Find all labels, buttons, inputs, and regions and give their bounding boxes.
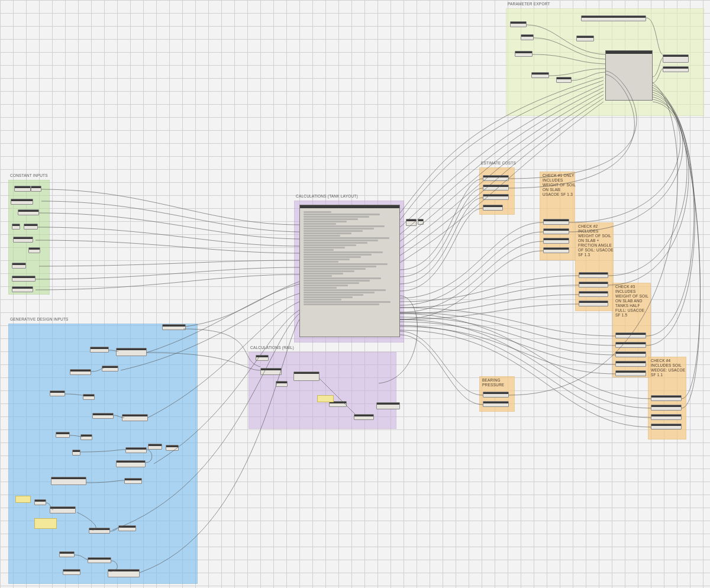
node[interactable]	[615, 361, 646, 367]
node[interactable]	[483, 185, 509, 190]
node[interactable]	[579, 282, 608, 287]
node[interactable]	[354, 414, 374, 420]
node[interactable]	[28, 247, 40, 253]
node[interactable]	[51, 477, 86, 485]
node[interactable]	[108, 569, 140, 577]
node[interactable]	[615, 351, 646, 357]
node[interactable]	[256, 355, 269, 361]
node[interactable]	[14, 186, 31, 192]
node[interactable]	[72, 450, 80, 455]
node[interactable]	[579, 301, 608, 306]
node[interactable]	[122, 414, 148, 421]
node[interactable]	[579, 272, 608, 278]
node[interactable]	[166, 445, 179, 451]
node[interactable]	[418, 219, 424, 225]
node[interactable]	[521, 34, 534, 40]
note[interactable]	[317, 395, 334, 402]
group-label: ESTIMATE COSTS	[481, 161, 516, 165]
node[interactable]	[293, 371, 320, 381]
note[interactable]	[34, 518, 57, 529]
node[interactable]	[510, 21, 527, 27]
group-label: BEARING PRESSURE	[482, 378, 518, 387]
node[interactable]	[581, 15, 646, 21]
node[interactable]	[556, 77, 572, 83]
group-label: CONSTANT INPUTS	[10, 173, 48, 177]
node[interactable]	[162, 324, 186, 330]
group-label: CALCULATIONS (TANK LAYOUT)	[296, 194, 358, 198]
node[interactable]	[89, 528, 110, 534]
node[interactable]	[118, 525, 136, 531]
node[interactable]	[59, 551, 75, 557]
node[interactable]	[92, 413, 114, 419]
node[interactable]	[543, 219, 569, 225]
node[interactable]	[148, 444, 162, 450]
code-node-export-grid[interactable]	[605, 50, 653, 101]
group-label: CHECK #2 INCLUDES WEIGHT OF SOIL ON SLAB…	[578, 224, 614, 257]
node[interactable]	[406, 219, 417, 226]
group-label: CHECK #1 ONLY INCLUDES WEIGHT OF SOIL ON…	[543, 173, 578, 197]
group-label: GENERATIVE DESIGN INPUTS	[10, 317, 69, 321]
node[interactable]	[12, 263, 26, 269]
node[interactable]	[483, 205, 503, 211]
node[interactable]	[579, 291, 608, 297]
node[interactable]	[125, 447, 147, 453]
node[interactable]	[90, 347, 109, 353]
node[interactable]	[102, 366, 118, 371]
node[interactable]	[31, 186, 41, 192]
group-label: PARAMETER EXPORT	[508, 2, 550, 6]
node[interactable]	[663, 54, 689, 63]
node[interactable]	[50, 390, 65, 396]
node-titlebar[interactable]	[300, 205, 399, 208]
node[interactable]	[34, 499, 46, 505]
node[interactable]	[483, 175, 509, 181]
group-generative[interactable]: GENERATIVE DESIGN INPUTS	[8, 324, 198, 584]
node[interactable]	[615, 342, 646, 348]
node[interactable]	[260, 368, 282, 375]
node-titlebar[interactable]	[606, 51, 652, 54]
node[interactable]	[615, 370, 646, 376]
node[interactable]	[483, 392, 509, 398]
node[interactable]	[63, 569, 80, 575]
node[interactable]	[483, 401, 509, 407]
group-label: CHECK #3 INCLUDES WEIGHT OF SOIL ON SLAB…	[615, 285, 651, 318]
node[interactable]	[651, 405, 682, 411]
node[interactable]	[124, 478, 142, 484]
node[interactable]	[531, 72, 549, 78]
node[interactable]	[116, 348, 147, 356]
node[interactable]	[12, 286, 33, 292]
node[interactable]	[18, 209, 39, 215]
node[interactable]	[543, 238, 569, 244]
node[interactable]	[483, 194, 509, 200]
node[interactable]	[663, 66, 689, 72]
group-label: CHECK #4 INCLUDES SOIL WEDGE: USACOE SF …	[651, 358, 686, 377]
node[interactable]	[12, 224, 20, 230]
node[interactable]	[116, 460, 146, 467]
node[interactable]	[276, 381, 288, 387]
node[interactable]	[576, 35, 594, 41]
note[interactable]	[15, 496, 31, 503]
node[interactable]	[12, 276, 36, 282]
node[interactable]	[80, 434, 92, 440]
node[interactable]	[83, 394, 95, 400]
node[interactable]	[70, 369, 91, 375]
node[interactable]	[615, 332, 646, 338]
node[interactable]	[11, 199, 33, 205]
node[interactable]	[13, 237, 33, 243]
group-calc-rail[interactable]: CALCULATIONS (RAIL)	[248, 352, 396, 429]
node[interactable]	[543, 247, 569, 253]
group-check2[interactable]: CHECK #2 INCLUDES WEIGHT OF SOIL ON SLAB…	[575, 222, 614, 311]
node[interactable]	[651, 424, 682, 429]
node[interactable]	[88, 557, 111, 563]
code-body	[304, 211, 396, 305]
node[interactable]	[651, 414, 682, 420]
node[interactable]	[515, 51, 532, 57]
code-node-tankcode[interactable]	[299, 205, 400, 337]
node[interactable]	[651, 395, 682, 401]
node[interactable]	[50, 506, 76, 513]
group-label: CALCULATIONS (RAIL)	[250, 345, 294, 350]
node[interactable]	[56, 432, 70, 438]
node[interactable]	[24, 224, 38, 230]
node[interactable]	[376, 402, 400, 409]
node[interactable]	[543, 228, 569, 234]
